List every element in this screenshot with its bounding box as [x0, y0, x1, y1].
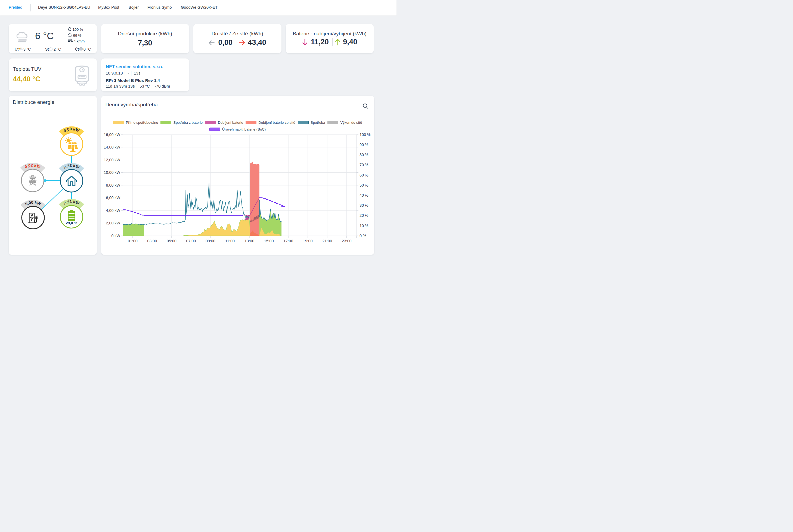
svg-text:13:00: 13:00: [245, 239, 254, 243]
svg-text:12,00 kW: 12,00 kW: [103, 158, 120, 162]
svg-text:20 %: 20 %: [360, 213, 368, 217]
svg-text:09:00: 09:00: [206, 239, 215, 243]
svg-text:50 %: 50 %: [360, 183, 368, 187]
svg-text:40 %: 40 %: [360, 193, 368, 197]
svg-text:23:00: 23:00: [342, 239, 351, 243]
svg-text:6,00 kW: 6,00 kW: [106, 195, 120, 200]
svg-text:0 %: 0 %: [360, 234, 366, 238]
svg-text:60 %: 60 %: [360, 173, 368, 177]
svg-text:70 %: 70 %: [360, 163, 368, 167]
svg-text:01:00: 01:00: [128, 239, 137, 243]
svg-text:2,00 kW: 2,00 kW: [106, 221, 120, 225]
svg-text:90 %: 90 %: [360, 142, 368, 147]
svg-text:17:00: 17:00: [283, 239, 293, 243]
svg-text:0 kW: 0 kW: [111, 234, 120, 238]
svg-text:100 %: 100 %: [360, 132, 371, 137]
svg-text:14,00 kW: 14,00 kW: [103, 145, 120, 149]
svg-text:19:00: 19:00: [303, 239, 312, 243]
svg-text:8,00 kW: 8,00 kW: [106, 183, 120, 187]
svg-text:29,0 %: 29,0 %: [66, 221, 77, 225]
svg-text:80 %: 80 %: [360, 153, 368, 157]
svg-text:03:00: 03:00: [147, 239, 157, 243]
svg-text:*: *: [81, 50, 82, 52]
svg-text:16,00 kW: 16,00 kW: [103, 132, 120, 137]
svg-text:05:00: 05:00: [167, 239, 176, 243]
svg-text:4,00 kW: 4,00 kW: [106, 208, 120, 213]
svg-text:10,00 kW: 10,00 kW: [103, 170, 120, 175]
svg-text:15:00: 15:00: [264, 239, 274, 243]
svg-text:*: *: [80, 50, 81, 52]
svg-text:21:00: 21:00: [322, 239, 332, 243]
svg-text:07:00: 07:00: [186, 239, 196, 243]
svg-text:30 %: 30 %: [360, 203, 368, 208]
svg-text:11:00: 11:00: [225, 239, 235, 243]
svg-text:10 %: 10 %: [360, 224, 368, 228]
